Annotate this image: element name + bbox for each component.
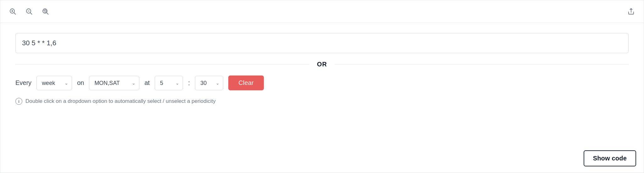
on-label: on [77, 79, 84, 87]
frequency-select-wrapper: minute hour day week month year ⌄ [36, 76, 72, 90]
minute-select-wrapper: 0510152025 30 3540455055 ⌄ [195, 76, 223, 90]
toolbar [0, 0, 644, 23]
svg-line-5 [30, 13, 32, 14]
hour-select[interactable]: 01234 5 678910 1112131415 1617181920 212… [155, 76, 183, 90]
or-text: OR [309, 61, 335, 68]
info-icon: i [15, 98, 22, 105]
builder-row: Every minute hour day week month year ⌄ … [15, 75, 629, 90]
svg-line-1 [14, 13, 16, 14]
or-divider: OR [15, 61, 629, 68]
show-code-button[interactable]: Show code [584, 150, 636, 166]
svg-line-8 [47, 13, 48, 14]
clear-button[interactable]: Clear [228, 75, 264, 90]
zoom-reset-icon[interactable] [41, 7, 51, 17]
main-container: OR Every minute hour day week month year… [0, 0, 644, 173]
every-label: Every [15, 79, 31, 87]
colon-separator: : [188, 79, 190, 87]
content: OR Every minute hour day week month year… [0, 23, 644, 173]
info-note-text: Double click on a dropdown option to aut… [25, 98, 216, 104]
days-select-wrapper: MON TUE WED THU FRI SAT SUN MON,SAT ⌄ [89, 76, 139, 90]
minute-select[interactable]: 0510152025 30 3540455055 [195, 76, 223, 90]
at-label: at [144, 79, 150, 87]
cron-input-wrapper [15, 33, 629, 53]
frequency-select[interactable]: minute hour day week month year [36, 76, 72, 90]
toolbar-left [8, 7, 51, 17]
info-note: i Double click on a dropdown option to a… [15, 98, 629, 105]
zoom-out-icon[interactable] [24, 7, 34, 17]
hour-select-wrapper: 01234 5 678910 1112131415 1617181920 212… [155, 76, 183, 90]
share-icon[interactable] [626, 7, 636, 17]
cron-input[interactable] [15, 33, 629, 53]
days-select[interactable]: MON TUE WED THU FRI SAT SUN MON,SAT [89, 76, 139, 90]
zoom-in-icon[interactable] [8, 7, 18, 17]
toolbar-right [626, 7, 636, 17]
